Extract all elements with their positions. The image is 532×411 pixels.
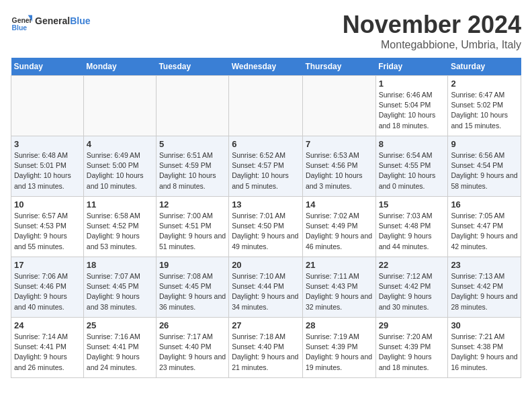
day-info: Sunrise: 7:14 AM Sunset: 4:41 PM Dayligh… <box>14 332 81 373</box>
calendar-cell: 1Sunrise: 6:46 AM Sunset: 5:04 PM Daylig… <box>375 76 448 136</box>
calendar-cell: 23Sunrise: 7:13 AM Sunset: 4:42 PM Dayli… <box>448 257 521 318</box>
calendar-cell: 27Sunrise: 7:18 AM Sunset: 4:40 PM Dayli… <box>229 318 303 378</box>
day-info: Sunrise: 7:03 AM Sunset: 4:48 PM Dayligh… <box>379 211 445 252</box>
calendar-cell: 5Sunrise: 6:51 AM Sunset: 4:59 PM Daylig… <box>156 136 228 197</box>
day-info: Sunrise: 7:13 AM Sunset: 4:42 PM Dayligh… <box>451 271 518 312</box>
calendar-cell: 30Sunrise: 7:21 AM Sunset: 4:38 PM Dayli… <box>448 318 521 378</box>
calendar-cell: 21Sunrise: 7:11 AM Sunset: 4:43 PM Dayli… <box>302 257 375 318</box>
day-info: Sunrise: 6:47 AM Sunset: 5:02 PM Dayligh… <box>451 90 518 131</box>
calendar-cell: 24Sunrise: 7:14 AM Sunset: 4:41 PM Dayli… <box>11 318 84 378</box>
logo-blue: Blue <box>70 15 90 26</box>
day-number: 15 <box>379 199 445 210</box>
day-number: 2 <box>451 79 518 89</box>
calendar-cell: 8Sunrise: 6:54 AM Sunset: 4:55 PM Daylig… <box>375 136 448 197</box>
day-number: 19 <box>159 260 226 270</box>
day-info: Sunrise: 7:21 AM Sunset: 4:38 PM Dayligh… <box>451 332 518 373</box>
calendar-cell <box>11 76 84 136</box>
day-info: Sunrise: 6:54 AM Sunset: 4:55 PM Dayligh… <box>379 150 445 191</box>
calendar-cell: 20Sunrise: 7:10 AM Sunset: 4:44 PM Dayli… <box>229 257 303 318</box>
day-number: 12 <box>159 199 226 210</box>
calendar-cell: 14Sunrise: 7:02 AM Sunset: 4:49 PM Dayli… <box>302 197 375 257</box>
day-info: Sunrise: 7:10 AM Sunset: 4:44 PM Dayligh… <box>232 271 300 312</box>
day-info: Sunrise: 6:51 AM Sunset: 4:59 PM Dayligh… <box>159 150 226 191</box>
day-number: 20 <box>232 260 300 270</box>
day-number: 27 <box>232 320 300 330</box>
day-info: Sunrise: 7:02 AM Sunset: 4:49 PM Dayligh… <box>306 211 373 252</box>
location-title: Montegabbione, Umbria, Italy <box>343 39 521 51</box>
day-info: Sunrise: 7:07 AM Sunset: 4:45 PM Dayligh… <box>87 271 153 312</box>
day-info: Sunrise: 6:52 AM Sunset: 4:57 PM Dayligh… <box>232 150 300 191</box>
calendar-cell: 15Sunrise: 7:03 AM Sunset: 4:48 PM Dayli… <box>375 197 448 257</box>
calendar-cell: 17Sunrise: 7:06 AM Sunset: 4:46 PM Dayli… <box>11 257 84 318</box>
day-info: Sunrise: 7:08 AM Sunset: 4:45 PM Dayligh… <box>159 271 226 312</box>
day-info: Sunrise: 6:58 AM Sunset: 4:52 PM Dayligh… <box>87 211 153 252</box>
day-number: 10 <box>14 199 81 210</box>
calendar-cell <box>83 76 156 136</box>
day-info: Sunrise: 7:18 AM Sunset: 4:40 PM Dayligh… <box>232 332 300 373</box>
day-number: 28 <box>306 320 373 330</box>
calendar-cell: 3Sunrise: 6:48 AM Sunset: 5:01 PM Daylig… <box>11 136 84 197</box>
day-number: 16 <box>451 199 518 210</box>
day-number: 5 <box>159 139 226 149</box>
day-number: 8 <box>379 139 445 149</box>
weekday-header-thursday: Thursday <box>302 58 375 76</box>
calendar-cell: 9Sunrise: 6:56 AM Sunset: 4:54 PM Daylig… <box>448 136 521 197</box>
calendar-cell: 16Sunrise: 7:05 AM Sunset: 4:47 PM Dayli… <box>448 197 521 257</box>
calendar-cell <box>156 76 228 136</box>
calendar-cell: 2Sunrise: 6:47 AM Sunset: 5:02 PM Daylig… <box>448 76 521 136</box>
weekday-header-saturday: Saturday <box>448 58 521 76</box>
calendar-cell: 18Sunrise: 7:07 AM Sunset: 4:45 PM Dayli… <box>83 257 156 318</box>
weekday-header-friday: Friday <box>375 58 448 76</box>
calendar-cell: 6Sunrise: 6:52 AM Sunset: 4:57 PM Daylig… <box>229 136 303 197</box>
day-info: Sunrise: 7:17 AM Sunset: 4:40 PM Dayligh… <box>159 332 226 373</box>
logo: General Blue GeneralBlue <box>11 11 90 32</box>
weekday-header-wednesday: Wednesday <box>229 58 303 76</box>
logo-icon: General Blue <box>11 11 32 32</box>
day-number: 24 <box>14 320 81 330</box>
day-info: Sunrise: 6:56 AM Sunset: 4:54 PM Dayligh… <box>451 150 518 191</box>
day-number: 17 <box>14 260 81 270</box>
day-info: Sunrise: 7:16 AM Sunset: 4:41 PM Dayligh… <box>87 332 153 373</box>
day-info: Sunrise: 7:05 AM Sunset: 4:47 PM Dayligh… <box>451 211 518 252</box>
day-number: 7 <box>306 139 373 149</box>
day-info: Sunrise: 7:11 AM Sunset: 4:43 PM Dayligh… <box>306 271 373 312</box>
day-info: Sunrise: 7:06 AM Sunset: 4:46 PM Dayligh… <box>14 271 81 312</box>
weekday-header-tuesday: Tuesday <box>156 58 228 76</box>
logo-general: General <box>35 15 70 26</box>
calendar-cell: 10Sunrise: 6:57 AM Sunset: 4:53 PM Dayli… <box>11 197 84 257</box>
day-info: Sunrise: 6:53 AM Sunset: 4:56 PM Dayligh… <box>306 150 373 191</box>
day-number: 6 <box>232 139 300 149</box>
title-area: November 2024 Montegabbione, Umbria, Ita… <box>343 11 521 51</box>
calendar-cell: 22Sunrise: 7:12 AM Sunset: 4:42 PM Dayli… <box>375 257 448 318</box>
day-number: 9 <box>451 139 518 149</box>
month-title: November 2024 <box>343 11 521 39</box>
calendar-cell: 26Sunrise: 7:17 AM Sunset: 4:40 PM Dayli… <box>156 318 228 378</box>
day-number: 11 <box>87 199 153 210</box>
weekday-header-monday: Monday <box>83 58 156 76</box>
day-number: 26 <box>159 320 226 330</box>
weekday-header-sunday: Sunday <box>11 58 84 76</box>
day-info: Sunrise: 6:46 AM Sunset: 5:04 PM Dayligh… <box>379 90 445 131</box>
day-number: 1 <box>379 79 445 89</box>
day-info: Sunrise: 6:57 AM Sunset: 4:53 PM Dayligh… <box>14 211 81 252</box>
day-number: 30 <box>451 320 518 330</box>
day-number: 14 <box>306 199 373 210</box>
calendar-cell <box>302 76 375 136</box>
calendar-cell: 25Sunrise: 7:16 AM Sunset: 4:41 PM Dayli… <box>83 318 156 378</box>
calendar-cell: 29Sunrise: 7:20 AM Sunset: 4:39 PM Dayli… <box>375 318 448 378</box>
svg-text:Blue: Blue <box>12 24 28 32</box>
calendar-cell <box>229 76 303 136</box>
calendar-cell: 13Sunrise: 7:01 AM Sunset: 4:50 PM Dayli… <box>229 197 303 257</box>
calendar-cell: 7Sunrise: 6:53 AM Sunset: 4:56 PM Daylig… <box>302 136 375 197</box>
day-number: 18 <box>87 260 153 270</box>
calendar-table: SundayMondayTuesdayWednesdayThursdayFrid… <box>11 58 521 378</box>
day-info: Sunrise: 7:01 AM Sunset: 4:50 PM Dayligh… <box>232 211 300 252</box>
header: General Blue GeneralBlue November 2024 M… <box>11 11 521 51</box>
day-info: Sunrise: 7:00 AM Sunset: 4:51 PM Dayligh… <box>159 211 226 252</box>
day-number: 29 <box>379 320 445 330</box>
day-info: Sunrise: 7:12 AM Sunset: 4:42 PM Dayligh… <box>379 271 445 312</box>
calendar-cell: 12Sunrise: 7:00 AM Sunset: 4:51 PM Dayli… <box>156 197 228 257</box>
day-number: 4 <box>87 139 153 149</box>
calendar-cell: 11Sunrise: 6:58 AM Sunset: 4:52 PM Dayli… <box>83 197 156 257</box>
day-info: Sunrise: 6:48 AM Sunset: 5:01 PM Dayligh… <box>14 150 81 191</box>
